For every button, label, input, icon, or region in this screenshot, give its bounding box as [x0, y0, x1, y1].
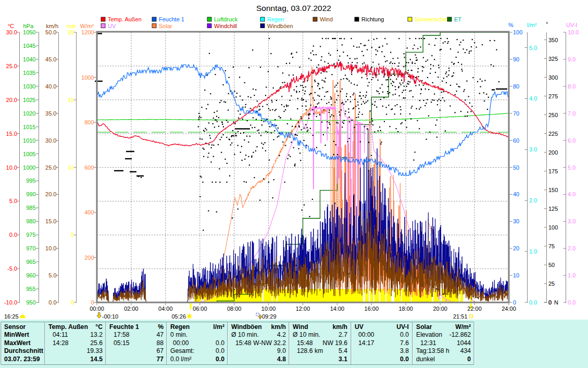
svg-text:MinWert: MinWert [4, 331, 29, 338]
svg-text:47: 47 [156, 331, 164, 338]
svg-text:00:00: 00:00 [173, 339, 189, 347]
svg-text:00:00: 00:00 [358, 331, 374, 338]
svg-text:15: 15 [68, 97, 74, 103]
svg-text:1044: 1044 [457, 339, 471, 347]
svg-text:ET: ET [454, 16, 461, 22]
svg-text:60: 60 [513, 137, 519, 144]
svg-text:Windböen: Windböen [267, 23, 293, 29]
svg-text:9.0: 9.0 [568, 56, 576, 62]
svg-text:%: % [508, 22, 514, 28]
svg-text:0.0: 0.0 [529, 299, 537, 306]
svg-text:12:31: 12:31 [420, 339, 436, 347]
svg-text:67: 67 [156, 347, 164, 354]
svg-text:77: 77 [156, 356, 164, 363]
svg-text:Tag:13:58 h: Tag:13:58 h [416, 347, 449, 354]
svg-text:80: 80 [513, 83, 519, 90]
svg-text:950: 950 [26, 299, 35, 306]
svg-text:4.2: 4.2 [277, 331, 286, 338]
svg-text:2.0: 2.0 [529, 197, 537, 204]
svg-text:Durchschnitt: Durchschnitt [4, 347, 43, 354]
svg-text:°C: °C [95, 323, 103, 331]
svg-text:50: 50 [513, 164, 519, 171]
svg-text:14.5: 14.5 [90, 356, 103, 363]
svg-text:10.0: 10.0 [6, 164, 17, 171]
svg-text:05:15: 05:15 [114, 339, 130, 347]
svg-text:980: 980 [26, 218, 35, 224]
svg-text:00:00: 00:00 [90, 306, 104, 312]
svg-text:1010: 1010 [23, 137, 35, 144]
svg-text:Ø 10 min.: Ø 10 min. [231, 331, 259, 338]
svg-text:0.0: 0.0 [216, 347, 224, 354]
svg-text:35.0: 35.0 [45, 110, 56, 117]
svg-text:325: 325 [548, 56, 558, 62]
svg-text:0.0: 0.0 [216, 356, 224, 363]
svg-text:2.7: 2.7 [339, 331, 347, 338]
svg-text:UV-I: UV-I [566, 22, 577, 28]
svg-text:Wind: Wind [293, 323, 308, 331]
svg-text:985: 985 [26, 205, 35, 211]
svg-text:0.0: 0.0 [568, 299, 576, 306]
svg-text:70: 70 [513, 110, 519, 117]
svg-text:Solar: Solar [416, 323, 432, 331]
svg-text:24:00: 24:00 [502, 306, 516, 312]
svg-text:1025: 1025 [23, 97, 35, 103]
svg-text:3.0: 3.0 [529, 146, 537, 153]
svg-text:Regen: Regen [267, 16, 284, 22]
svg-text:800: 800 [84, 119, 94, 125]
svg-text:30: 30 [513, 218, 519, 224]
svg-text:NW 19.6: NW 19.6 [323, 339, 348, 347]
svg-text:18:00: 18:00 [398, 306, 413, 312]
svg-text:1045: 1045 [23, 43, 35, 49]
svg-text:0.0: 0.0 [400, 356, 409, 363]
svg-text:960: 960 [26, 272, 35, 278]
svg-text:25.0: 25.0 [45, 164, 56, 171]
svg-text:2.0: 2.0 [568, 245, 576, 251]
svg-text:km/h: km/h [333, 323, 347, 331]
svg-text:90: 90 [513, 56, 519, 62]
svg-text:4.0: 4.0 [529, 95, 537, 101]
svg-text:l/m²: l/m² [527, 22, 537, 28]
svg-text:0: 0 [71, 299, 74, 306]
svg-text:Elevation: Elevation [416, 331, 442, 338]
svg-text:200: 200 [548, 149, 558, 156]
svg-text:965: 965 [26, 259, 35, 265]
svg-text:08:00: 08:00 [227, 306, 242, 312]
svg-text:8.0: 8.0 [568, 83, 576, 90]
svg-text:3.1: 3.1 [339, 356, 347, 363]
svg-text:06:00: 06:00 [193, 306, 207, 312]
svg-text:14:00: 14:00 [330, 306, 345, 312]
svg-text:990: 990 [26, 191, 35, 197]
svg-text:1200: 1200 [81, 29, 94, 35]
svg-text:1035: 1035 [23, 70, 35, 76]
svg-text:19.33: 19.33 [87, 347, 103, 354]
svg-text:30.0: 30.0 [45, 137, 56, 144]
svg-text:5.0: 5.0 [529, 45, 537, 51]
svg-text:21:51: 21:51 [453, 313, 468, 320]
svg-text:0: 0 [513, 299, 516, 306]
svg-text:N: N [554, 299, 558, 306]
svg-text:W/m²: W/m² [455, 323, 471, 331]
svg-text:UV-I: UV-I [396, 323, 409, 331]
svg-text:45.0: 45.0 [45, 56, 56, 62]
svg-text:UV: UV [355, 323, 364, 331]
svg-text:10.0: 10.0 [45, 245, 56, 251]
svg-text:50.0: 50.0 [45, 29, 56, 35]
svg-text:7.6: 7.6 [400, 339, 409, 347]
svg-text:15:48: 15:48 [235, 339, 252, 347]
svg-text:-00:10: -00:10 [102, 313, 118, 320]
svg-text:1005: 1005 [23, 151, 35, 157]
svg-text:350: 350 [548, 37, 558, 43]
svg-text:°C: °C [8, 23, 14, 29]
svg-text:40.0: 40.0 [45, 83, 56, 90]
svg-text:Richtung: Richtung [361, 16, 384, 22]
svg-text:14:28: 14:28 [53, 339, 69, 347]
svg-text:Windböen: Windböen [231, 323, 262, 331]
svg-text:25.0: 25.0 [6, 63, 17, 69]
svg-text:W/m²: W/m² [80, 23, 94, 29]
svg-text:Sonntag, 03.07.2022: Sonntag, 03.07.2022 [256, 4, 331, 12]
svg-text:13.2: 13.2 [90, 331, 103, 338]
svg-text:Ø 10 min.: Ø 10 min. [293, 331, 320, 338]
svg-text:955: 955 [26, 286, 35, 292]
svg-text:400: 400 [84, 209, 94, 215]
svg-text:40: 40 [513, 191, 519, 197]
